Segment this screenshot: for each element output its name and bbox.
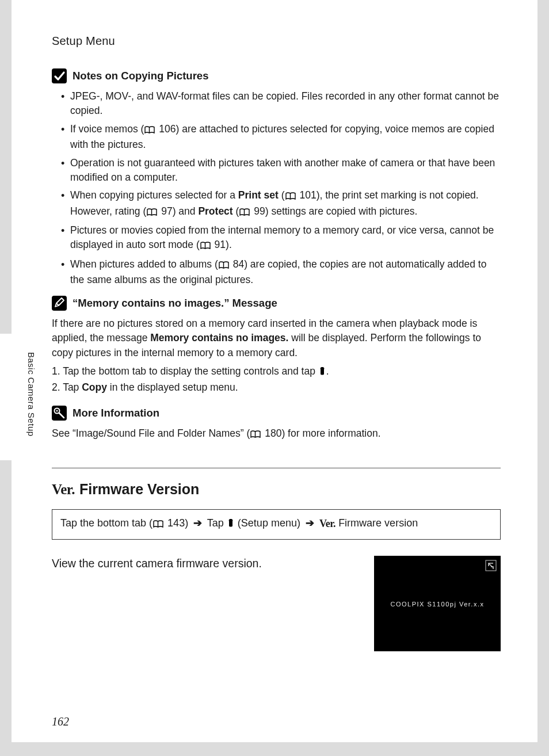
arrow-icon: ➔ xyxy=(306,517,314,529)
wrench-icon xyxy=(318,365,326,380)
check-icon xyxy=(52,68,67,83)
heading-text: More Information xyxy=(73,407,159,419)
step-1: 1. Tap the bottom tab to display the set… xyxy=(52,364,501,380)
page-number: 162 xyxy=(52,715,69,728)
book-icon xyxy=(219,258,229,273)
pencil-icon xyxy=(52,296,67,311)
info-icon xyxy=(52,406,67,421)
ver-icon: Ver. xyxy=(319,518,336,529)
book-icon xyxy=(144,123,155,138)
book-icon xyxy=(200,239,211,253)
ver-icon: Ver. xyxy=(52,482,75,498)
memory-msg-heading: “Memory contains no images.” Message xyxy=(52,296,501,311)
book-icon xyxy=(250,427,261,442)
svg-rect-1 xyxy=(52,296,67,311)
svg-rect-0 xyxy=(52,68,67,83)
notes-copying-heading: Notes on Copying Pictures xyxy=(52,68,501,83)
book-icon xyxy=(153,517,163,532)
list-item: When copying pictures selected for a Pri… xyxy=(61,188,501,220)
wrench-icon xyxy=(227,517,235,532)
list-item: If voice memos ( 106) are attached to pi… xyxy=(61,122,501,152)
page-title: Setup Menu xyxy=(52,35,501,48)
list-item: Pictures or movies copied from the inter… xyxy=(61,223,501,254)
more-info-heading: More Information xyxy=(52,406,501,421)
list-item: Operation is not guaranteed with picture… xyxy=(61,156,501,185)
camera-screen: COOLPIX S1100pj Ver.x.x xyxy=(374,556,501,651)
back-icon xyxy=(485,559,497,572)
book-icon xyxy=(285,189,296,204)
memory-msg-body: If there are no pictures stored on a mem… xyxy=(52,316,501,361)
divider xyxy=(52,468,501,468)
firmware-screen-text: COOLPIX S1100pj Ver.x.x xyxy=(374,601,501,608)
list-item: When pictures added to albums ( 84) are … xyxy=(61,257,501,288)
firmware-body: View the current camera firmware version… xyxy=(52,556,363,571)
book-icon xyxy=(147,205,157,220)
breadcrumb: Tap the bottom tab ( 143) ➔ Tap (Setup m… xyxy=(52,509,501,540)
more-info-body: See “Image/Sound File and Folder Names” … xyxy=(52,426,501,442)
book-icon xyxy=(239,205,250,220)
arrow-icon: ➔ xyxy=(193,517,202,529)
heading-text: Notes on Copying Pictures xyxy=(73,70,208,82)
svg-point-4 xyxy=(56,410,58,411)
heading-text: “Memory contains no images.” Message xyxy=(73,297,277,310)
notes-list: JPEG-, MOV-, and WAV-format files can be… xyxy=(52,89,501,288)
list-item: JPEG-, MOV-, and WAV-format files can be… xyxy=(61,89,501,119)
firmware-heading: Ver. Firmware Version xyxy=(52,481,501,498)
heading-text: Firmware Version xyxy=(79,481,199,498)
step-2: 2. Tap Copy in the displayed setup menu. xyxy=(52,380,501,395)
manual-page: Setup Menu Notes on Copying Pictures JPE… xyxy=(12,0,537,742)
side-tab-label: Basic Camera Setup xyxy=(26,352,36,437)
